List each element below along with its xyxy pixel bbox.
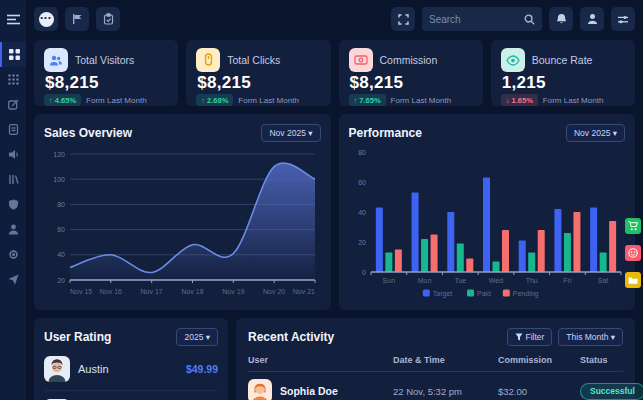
flag-icon (71, 13, 83, 25)
sidebar-nav (0, 42, 26, 292)
svg-text:60: 60 (358, 179, 366, 186)
column-header-commission: Commission (498, 355, 580, 365)
clipboard-icon (103, 13, 114, 25)
svg-text:Nov 19: Nov 19 (222, 288, 244, 295)
table-row[interactable]: Sophia Doe 22 Nov, 5:32 pm $32.00 Succes… (248, 372, 623, 400)
flag-button[interactable] (65, 7, 89, 31)
sidebar-item-media[interactable] (0, 142, 26, 167)
sliders-icon (617, 14, 629, 25)
settings-icon (8, 249, 19, 260)
sales-period-dropdown[interactable]: Nov 2025 ▾ (261, 124, 320, 142)
stat-label: Commission (380, 54, 438, 66)
folder-fab-button[interactable] (625, 272, 641, 288)
sales-overview-card: Sales Overview Nov 2025 ▾ 20406080100120… (34, 114, 331, 310)
stat-label: Total Clicks (227, 54, 280, 66)
rating-user-price: $49.99 (186, 363, 218, 375)
pages-icon (8, 124, 19, 135)
stat-card-commission[interactable]: Commission $8,215 ↑ 7.65% Form Last Mont… (339, 40, 483, 106)
svg-text:80: 80 (57, 201, 65, 208)
stat-card-bounce-rate[interactable]: Bounce Rate 1,215 ↓ 1.65% Form Last Mont… (491, 40, 635, 106)
stat-value: $8,215 (45, 73, 168, 93)
bottom-row: User Rating 2025 ▾ Austin $49.99 Thomas … (34, 318, 635, 400)
side-fab-stack (625, 218, 641, 288)
performance-period-dropdown[interactable]: Nov 2025 ▾ (566, 124, 625, 142)
bell-icon (556, 13, 567, 25)
settings-panel-button[interactable] (611, 7, 635, 31)
edit-icon (8, 99, 19, 110)
stat-value: $8,215 (350, 73, 473, 93)
svg-text:Mon: Mon (417, 277, 431, 284)
stat-delta-badge: ↓ 1.65% (501, 94, 538, 106)
main-area: ••• Total Visitors $8, (26, 0, 643, 400)
sidebar-item-users[interactable] (0, 217, 26, 242)
profile-button[interactable] (580, 7, 604, 31)
stats-row: Total Visitors $8,215 ↑ 4.65% Form Last … (34, 40, 635, 106)
stat-label: Bounce Rate (532, 54, 593, 66)
sidebar-item-settings[interactable] (0, 242, 26, 267)
stat-label: Total Visitors (75, 54, 134, 66)
stat-note: Form Last Month (238, 96, 298, 105)
svg-text:Nov 17: Nov 17 (141, 288, 163, 295)
sales-area-chart: 20406080100120Nov 15Nov 16Nov 17Nov 18No… (44, 144, 320, 296)
svg-text:Nov 20: Nov 20 (263, 288, 285, 295)
sidebar (0, 0, 26, 400)
send-icon (8, 274, 19, 285)
svg-text:Nov 15: Nov 15 (70, 288, 92, 295)
folder-icon (628, 276, 638, 285)
notifications-button[interactable] (549, 7, 573, 31)
svg-text:Thu: Thu (525, 277, 537, 284)
search-input[interactable] (429, 14, 520, 25)
person-icon (8, 224, 19, 235)
recent-activity-card: Recent Activity Filter This Month ▾ User… (236, 318, 635, 400)
clipboard-button[interactable] (96, 7, 120, 31)
svg-text:40: 40 (57, 251, 65, 258)
filter-button[interactable]: Filter (507, 328, 552, 346)
sidebar-item-dashboard[interactable] (0, 42, 26, 67)
svg-text:20: 20 (358, 239, 366, 246)
chat-button[interactable]: ••• (34, 7, 58, 31)
svg-text:120: 120 (53, 151, 65, 158)
avatar (248, 379, 272, 400)
activity-period-dropdown[interactable]: This Month ▾ (558, 328, 623, 346)
topbar: ••• (26, 0, 643, 38)
column-header-datetime: Date & Time (393, 355, 498, 365)
stat-note: Form Last Month (391, 96, 451, 105)
cart-fab-button[interactable] (625, 218, 641, 234)
sidebar-item-security[interactable] (0, 192, 26, 217)
sidebar-item-integrations[interactable] (0, 267, 26, 292)
user-rating-period-dropdown[interactable]: 2025 ▾ (176, 328, 218, 346)
filter-button-label: Filter (525, 332, 544, 342)
sidebar-item-apps[interactable] (0, 67, 26, 92)
search-box (422, 7, 542, 31)
list-item[interactable]: Thomas $90.99 (44, 391, 218, 400)
stat-value: $8,215 (197, 73, 320, 93)
rating-user-name: Austin (78, 363, 178, 375)
list-item[interactable]: Austin $49.99 (44, 348, 218, 391)
performance-title: Performance (349, 126, 422, 140)
fullscreen-button[interactable] (391, 7, 415, 31)
svg-text:60: 60 (57, 226, 65, 233)
search-icon[interactable] (524, 14, 535, 25)
column-header-status: Status (580, 355, 623, 365)
sidebar-item-pages[interactable] (0, 117, 26, 142)
dashboard-icon (9, 49, 20, 60)
table-header: User Date & Time Commission Status (248, 346, 623, 372)
sidebar-item-library[interactable] (0, 167, 26, 192)
status-badge: Successful (580, 383, 643, 400)
support-fab-button[interactable] (625, 245, 641, 261)
svg-text:0: 0 (362, 269, 366, 276)
column-header-user: User (248, 355, 393, 365)
cart-icon (628, 221, 638, 231)
stat-delta-badge: ↑ 2.68% (196, 94, 233, 106)
svg-text:Pending: Pending (512, 290, 538, 298)
svg-text:20: 20 (57, 277, 65, 284)
stat-card-total-visitors[interactable]: Total Visitors $8,215 ↑ 4.65% Form Last … (34, 40, 178, 106)
sidebar-item-forms[interactable] (0, 92, 26, 117)
chat-icon: ••• (39, 12, 54, 27)
svg-text:40: 40 (358, 209, 366, 216)
stat-card-total-clicks[interactable]: Total Clicks $8,215 ↑ 2.68% Form Last Mo… (186, 40, 330, 106)
charts-row: Sales Overview Nov 2025 ▾ 20406080100120… (34, 114, 635, 310)
click-icon (196, 48, 220, 72)
menu-toggle-button[interactable] (0, 0, 26, 38)
user-icon (587, 13, 598, 25)
